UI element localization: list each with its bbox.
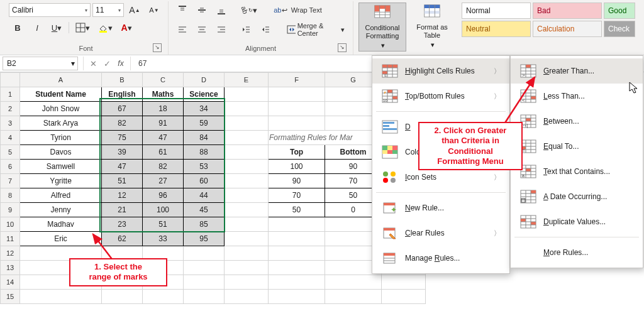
menu-new-rule[interactable]: ✦ New Rule... [372, 195, 509, 220]
cell[interactable]: 53 [184, 160, 225, 174]
row-header[interactable]: 5 [1, 145, 20, 160]
cell[interactable]: 47 [102, 160, 143, 174]
col-header[interactable]: B [102, 73, 143, 87]
style-normal[interactable]: Normal [462, 3, 531, 19]
cell[interactable]: 21 [102, 203, 143, 217]
cell[interactable] [20, 275, 102, 290]
cell[interactable] [184, 246, 225, 261]
cell[interactable]: 62 [102, 232, 143, 246]
decrease-font-button[interactable]: A▼ [145, 3, 163, 18]
cell[interactable]: English [102, 87, 143, 102]
cell[interactable] [382, 290, 426, 304]
orientation-button[interactable]: ab↻▾ [238, 3, 260, 18]
cell[interactable] [225, 203, 269, 217]
cell[interactable]: 70 [269, 188, 325, 203]
row-header[interactable]: 11 [1, 232, 20, 246]
cell[interactable] [184, 290, 225, 304]
row-header[interactable]: 4 [1, 131, 20, 145]
cell[interactable] [269, 232, 325, 246]
increase-font-button[interactable]: A▲ [126, 3, 143, 18]
row-header[interactable]: 15 [1, 290, 20, 304]
cell[interactable] [225, 160, 269, 174]
cell[interactable] [269, 87, 325, 102]
border-button[interactable]: ▾ [72, 20, 93, 35]
cell[interactable] [325, 275, 382, 290]
cell[interactable] [382, 275, 426, 290]
cell[interactable]: 67 [102, 102, 143, 116]
cell[interactable]: 82 [102, 116, 143, 131]
row-header[interactable]: 1 [1, 87, 20, 102]
cell[interactable]: Top [269, 145, 325, 160]
cell[interactable] [269, 275, 325, 290]
select-all-corner[interactable] [1, 73, 20, 87]
cell[interactable]: Student Name [20, 87, 102, 102]
name-box[interactable]: B2 ▾ [3, 57, 78, 70]
cell[interactable] [325, 290, 382, 304]
align-right-button[interactable] [213, 22, 230, 37]
cell[interactable]: Jenny [20, 203, 102, 217]
cell[interactable]: Ygritte [20, 174, 102, 188]
cell[interactable]: Eric [20, 232, 102, 246]
row-header[interactable]: 9 [1, 203, 20, 217]
cell[interactable] [225, 246, 269, 261]
cell[interactable]: 59 [184, 116, 225, 131]
menu-clear-rules[interactable]: Clear Rules 〉 [372, 220, 509, 246]
cell[interactable]: Alfred [20, 188, 102, 203]
cell[interactable]: Davos [20, 145, 102, 160]
submenu-duplicate-values[interactable]: Duplicate Values... [511, 209, 643, 234]
cell[interactable] [225, 217, 269, 232]
cell[interactable] [269, 246, 325, 261]
cell[interactable] [225, 87, 269, 102]
wrap-text-button[interactable]: ab↩ Wrap Text [270, 3, 325, 18]
align-middle-button[interactable] [193, 3, 211, 18]
style-calculation[interactable]: Calculation [533, 21, 602, 37]
style-check-cell[interactable]: Check [604, 21, 635, 37]
dialog-launcher-icon[interactable]: ↘ [153, 43, 162, 52]
cell-styles-gallery[interactable]: Normal Bad Good Neutral Calculation Chec… [462, 3, 635, 37]
cell[interactable]: 60 [184, 174, 225, 188]
col-header[interactable]: E [225, 73, 269, 87]
cell[interactable]: Maths [143, 87, 184, 102]
cell[interactable] [184, 261, 225, 275]
cell[interactable] [184, 275, 225, 290]
submenu-equal-to[interactable]: = Equal To... [511, 134, 643, 159]
cell[interactable]: 75 [102, 131, 143, 145]
cell[interactable]: 82 [143, 160, 184, 174]
cell[interactable]: John Snow [20, 102, 102, 116]
cell[interactable] [269, 116, 325, 131]
submenu-between[interactable]: |↔| Between... [511, 109, 643, 134]
submenu-less-than[interactable]: < Less Than... [511, 84, 643, 109]
cell[interactable]: 45 [184, 203, 225, 217]
cell[interactable]: 84 [184, 131, 225, 145]
submenu-more-rules[interactable]: More Rules... [511, 240, 643, 265]
cancel-button[interactable]: ✕ [86, 59, 100, 68]
cell[interactable]: 27 [143, 174, 184, 188]
cell[interactable]: 100 [143, 203, 184, 217]
cell[interactable]: 51 [102, 174, 143, 188]
font-name-dropdown[interactable]: Calibri ▾ [9, 3, 91, 17]
row-header[interactable]: 8 [1, 188, 20, 203]
cell[interactable]: 47 [143, 131, 184, 145]
menu-top-bottom-rules[interactable]: 10 Top/Bottom Rules 〉 [372, 84, 509, 109]
cell[interactable] [225, 261, 269, 275]
cell[interactable]: 44 [184, 188, 225, 203]
merge-center-button[interactable]: Merge & Center ▾ [284, 20, 348, 39]
align-center-button[interactable] [193, 22, 211, 37]
col-header[interactable]: C [143, 73, 184, 87]
menu-highlight-cells-rules[interactable]: ≤ Highlight Cells Rules 〉 [372, 58, 509, 84]
row-header[interactable]: 6 [1, 160, 20, 174]
cell[interactable]: 88 [184, 145, 225, 160]
cell[interactable]: 18 [143, 102, 184, 116]
cell[interactable]: Samwell [20, 160, 102, 174]
conditional-formatting-button[interactable]: Conditional Formatting▾ [358, 3, 406, 52]
cell[interactable]: 50 [269, 203, 325, 217]
row-header[interactable]: 10 [1, 217, 20, 232]
cell[interactable] [20, 261, 102, 275]
format-as-table-button[interactable]: Format as Table▾ [409, 3, 455, 50]
decrease-indent-button[interactable] [237, 22, 255, 37]
bold-button[interactable]: B [9, 20, 26, 35]
submenu-date-occurring[interactable]: A Date Occurring... [511, 184, 643, 209]
row-header[interactable]: 7 [1, 174, 20, 188]
cell[interactable] [225, 116, 269, 131]
align-top-button[interactable] [174, 3, 191, 18]
